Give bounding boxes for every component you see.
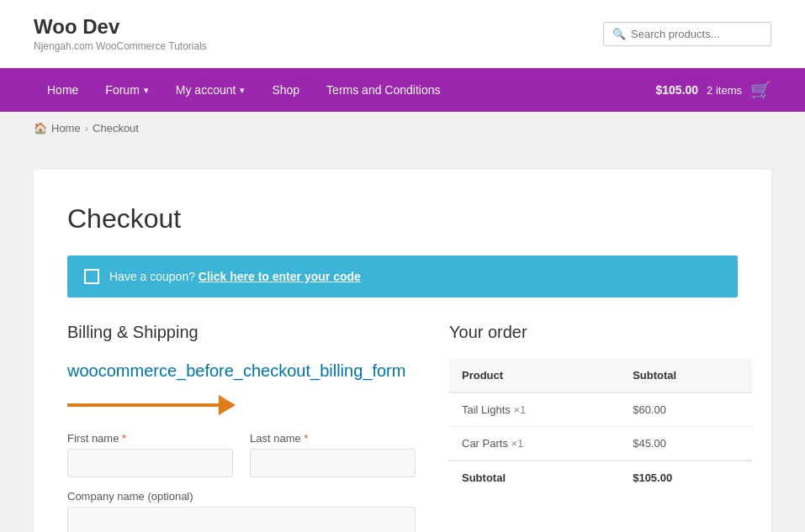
product-cell: Car Parts ×1 bbox=[449, 427, 620, 461]
cart-items-count: 2 items bbox=[707, 84, 742, 97]
coupon-link[interactable]: Click here to enter your code bbox=[199, 270, 361, 283]
company-input[interactable] bbox=[67, 507, 416, 532]
billing-col: Billing & Shipping woocommerce_before_ch… bbox=[67, 323, 416, 532]
order-subtotal-row: Subtotal $105.00 bbox=[449, 461, 752, 494]
coupon-text: Have a coupon? Click here to enter your … bbox=[109, 270, 361, 283]
company-row: Company name (optional) bbox=[67, 490, 416, 532]
price-cell: $45.00 bbox=[620, 427, 752, 461]
search-box: 🔍 bbox=[603, 22, 771, 46]
billing-section-title: Billing & Shipping bbox=[67, 323, 416, 342]
order-col: Your order Product Subtotal Tail Lights … bbox=[449, 323, 752, 532]
price-cell: $60.00 bbox=[620, 392, 752, 427]
hook-text-area: woocommerce_before_checkout_billing_form bbox=[67, 359, 416, 415]
site-tagline: Njengah.com WooCommerce Tutorials bbox=[34, 40, 207, 52]
order-table: Product Subtotal Tail Lights ×1 $60.00 C… bbox=[449, 359, 752, 494]
nav-item-shop[interactable]: Shop bbox=[258, 68, 313, 112]
myaccount-dropdown-icon: ▾ bbox=[240, 85, 245, 96]
site-header: Woo Dev Njengah.com WooCommerce Tutorial… bbox=[0, 0, 805, 68]
cart-area: $105.00 2 items 🛒 bbox=[655, 80, 771, 100]
coupon-banner: Have a coupon? Click here to enter your … bbox=[67, 255, 738, 298]
subtotal-label: Subtotal bbox=[449, 461, 620, 494]
breadcrumb-home-icon: 🏠 bbox=[34, 122, 47, 134]
last-name-required: * bbox=[304, 432, 308, 445]
nav-item-myaccount[interactable]: My account ▾ bbox=[162, 68, 259, 112]
main-content: Checkout Have a coupon? Click here to en… bbox=[0, 145, 805, 532]
company-label: Company name (optional) bbox=[67, 490, 416, 503]
search-icon: 🔍 bbox=[612, 28, 626, 40]
hook-text[interactable]: woocommerce_before_checkout_billing_form bbox=[67, 359, 416, 382]
arrow-line bbox=[67, 403, 219, 407]
site-title: Woo Dev bbox=[34, 15, 207, 39]
company-group: Company name (optional) bbox=[67, 490, 416, 532]
first-name-input[interactable] bbox=[67, 449, 233, 477]
last-name-group: Last name * bbox=[250, 432, 416, 477]
coupon-icon bbox=[84, 269, 99, 284]
product-cell: Tail Lights ×1 bbox=[449, 392, 620, 427]
subtotal-col-header: Subtotal bbox=[620, 359, 752, 392]
table-row: Car Parts ×1 $45.00 bbox=[449, 427, 752, 461]
breadcrumb-current: Checkout bbox=[93, 122, 139, 134]
breadcrumb-separator: › bbox=[85, 122, 88, 134]
arrow-indicator bbox=[67, 395, 416, 415]
name-row: First name * Last name * bbox=[67, 432, 416, 477]
main-nav: Home Forum ▾ My account ▾ Shop Terms and… bbox=[0, 68, 805, 112]
nav-item-forum[interactable]: Forum ▾ bbox=[92, 68, 162, 112]
order-table-header-row: Product Subtotal bbox=[449, 359, 752, 392]
search-input[interactable] bbox=[631, 28, 762, 40]
arrow-head-icon bbox=[219, 395, 236, 415]
first-name-required: * bbox=[122, 432, 126, 445]
nav-item-home[interactable]: Home bbox=[34, 68, 92, 112]
cart-total: $105.00 bbox=[655, 83, 698, 97]
breadcrumb-home-link[interactable]: Home bbox=[51, 122, 81, 134]
nav-links: Home Forum ▾ My account ▾ Shop Terms and… bbox=[34, 68, 454, 112]
breadcrumb: 🏠 Home › Checkout bbox=[0, 112, 805, 145]
subtotal-value: $105.00 bbox=[620, 461, 752, 494]
first-name-label: First name * bbox=[67, 432, 233, 445]
forum-dropdown-icon: ▾ bbox=[144, 85, 149, 96]
last-name-input[interactable] bbox=[250, 449, 416, 477]
last-name-label: Last name * bbox=[250, 432, 416, 445]
checkout-columns: Billing & Shipping woocommerce_before_ch… bbox=[67, 323, 738, 532]
product-col-header: Product bbox=[449, 359, 620, 392]
order-section-title: Your order bbox=[449, 323, 752, 342]
nav-item-terms[interactable]: Terms and Conditions bbox=[313, 68, 453, 112]
table-row: Tail Lights ×1 $60.00 bbox=[449, 392, 752, 427]
first-name-group: First name * bbox=[67, 432, 233, 477]
checkout-card: Checkout Have a coupon? Click here to en… bbox=[34, 170, 771, 532]
page-title: Checkout bbox=[67, 203, 738, 234]
cart-icon[interactable]: 🛒 bbox=[750, 80, 771, 100]
brand-area: Woo Dev Njengah.com WooCommerce Tutorial… bbox=[34, 15, 207, 52]
